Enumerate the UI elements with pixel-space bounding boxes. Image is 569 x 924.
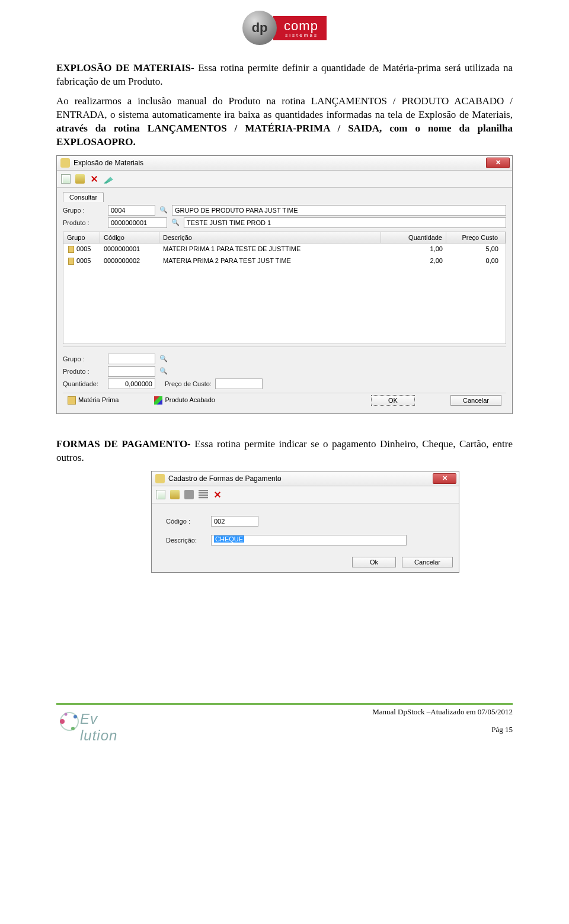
para2-bold: através da rotina LANÇAMENTOS / MATÉRIA-… <box>56 123 513 147</box>
produto2-input[interactable] <box>108 366 155 377</box>
codigo-input[interactable] <box>211 516 258 527</box>
print-button[interactable] <box>183 488 196 501</box>
para1-title: EXPLOSÃO DE MATERIAIS- <box>56 62 194 73</box>
cell-preco: 0,00 <box>446 256 506 266</box>
grid-button[interactable] <box>197 488 210 501</box>
cell-grupo: 0005 <box>76 257 91 264</box>
col-descricao[interactable]: Descrição <box>159 232 381 243</box>
logo-subtext: sistemas <box>284 33 318 38</box>
close-button[interactable]: ✕ <box>486 158 510 168</box>
grid-body[interactable]: 0005 0000000001 MATERI PRIMA 1 PARA TEST… <box>63 243 506 344</box>
paragraph-2: Ao realizarmos a inclusão manual do Prod… <box>56 95 513 149</box>
para2-lead: Ao realizarmos a inclusão manual do Prod… <box>56 95 513 120</box>
cancel-button[interactable]: Cancelar <box>402 557 453 567</box>
window-title: Explosão de Materiais <box>73 159 143 167</box>
preco-input[interactable] <box>215 378 263 389</box>
cancel-button[interactable]: Cancelar <box>450 395 501 406</box>
label-preco: Preço de Custo: <box>165 380 212 387</box>
grid-header: Grupo Código Descrição Quantidade Preço … <box>63 232 506 243</box>
cell-grupo: 0005 <box>76 245 91 252</box>
app-icon <box>155 474 165 483</box>
swirl-icon <box>56 710 82 733</box>
col-preco[interactable]: Preço Custo <box>446 232 506 243</box>
dpcomp-logo: dp comp sistemas <box>242 11 327 45</box>
descricao-input[interactable]: CHEQUE <box>211 535 407 546</box>
produto-code-input[interactable] <box>108 217 167 228</box>
col-quantidade[interactable]: Quantidade <box>381 232 446 243</box>
footer-line1: Manual DpStock –Atualizado em 07/05/2012 <box>372 707 513 717</box>
table-row[interactable]: 0005 0000000001 MATERI PRIMA 1 PARA TEST… <box>63 243 506 255</box>
col-grupo[interactable]: Grupo <box>63 232 100 243</box>
delete-button[interactable] <box>211 488 224 501</box>
label-codigo: Código : <box>166 518 207 525</box>
table-row[interactable]: 0005 0000000002 MATERIA PRIMA 2 PARA TES… <box>63 255 506 267</box>
folder-icon <box>170 490 180 499</box>
svg-point-2 <box>73 715 77 718</box>
label-quantidade: Quantidade: <box>63 380 104 387</box>
lower-form: Grupo : 🔍 Produto : 🔍 Quantidade: Preço … <box>63 346 506 389</box>
paragraph-3: FORMAS DE PAGAMENTO- Essa rotina permite… <box>56 438 513 465</box>
svg-point-3 <box>71 727 75 730</box>
toolbar <box>152 486 459 503</box>
evolution-logo: Ev lution <box>56 706 133 734</box>
cell-quantidade: 2,00 <box>381 256 446 266</box>
legend-produto-acabado: Produto Acabado <box>154 396 215 405</box>
page-footer: Ev lution Manual DpStock –Atualizado em … <box>56 703 513 746</box>
folder-icon <box>75 174 85 184</box>
grupo-desc-input[interactable] <box>172 205 506 216</box>
logo-red-box: comp sistemas <box>273 16 327 40</box>
search-icon[interactable]: 🔍 <box>159 367 168 376</box>
print-icon <box>184 490 194 499</box>
title-bar: Cadastro de Formas de Pagamento ✕ <box>152 471 459 486</box>
grupo2-input[interactable] <box>108 354 155 364</box>
cell-quantidade: 1,00 <box>381 245 446 254</box>
label-produto: Produto : <box>63 219 104 226</box>
search-icon[interactable]: 🔍 <box>171 218 180 227</box>
cell-codigo: 0000000001 <box>100 245 159 254</box>
legend-pa-text: Produto Acabado <box>165 396 215 403</box>
cell-descricao: MATERI PRIMA 1 PARA TESTE DE JUSTTIME <box>159 245 381 254</box>
window-formas-pagamento: Cadastro de Formas de Pagamento ✕ Código… <box>151 471 459 573</box>
close-button[interactable]: ✕ <box>433 473 456 484</box>
legend-materia-prima: Matéria Prima <box>68 396 119 405</box>
para3-title: FORMAS DE PAGAMENTO- <box>56 438 191 450</box>
cell-descricao: MATERIA PRIMA 2 PARA TEST JUST TIME <box>159 256 381 266</box>
legend-mp-text: Matéria Prima <box>78 396 119 403</box>
svg-point-4 <box>65 713 68 716</box>
produto-desc-input[interactable] <box>184 217 506 228</box>
page-header: dp comp sistemas <box>56 0 513 62</box>
logo-sphere: dp <box>242 11 277 45</box>
edit-button[interactable] <box>102 172 115 185</box>
label-produto2: Produto : <box>63 368 104 375</box>
tab-consultar[interactable]: Consultar <box>63 192 104 202</box>
search-icon[interactable]: 🔍 <box>159 206 168 215</box>
edit-icon <box>104 174 113 184</box>
quantidade-input[interactable] <box>108 378 155 389</box>
window-title: Cadastro de Formas de Pagamento <box>168 474 282 483</box>
ok-button[interactable]: Ok <box>352 557 396 567</box>
label-descricao: Descrição: <box>166 537 207 544</box>
descricao-value: CHEQUE <box>214 535 244 543</box>
tab-bar: Consultar <box>63 191 506 201</box>
new-icon <box>156 490 165 499</box>
label-grupo: Grupo : <box>63 207 104 214</box>
svg-point-1 <box>60 719 65 724</box>
new-button[interactable] <box>59 172 72 185</box>
grid-icon <box>199 490 208 499</box>
footer-right: Manual DpStock –Atualizado em 07/05/2012… <box>372 707 513 734</box>
logo-text: comp <box>284 18 318 33</box>
toolbar <box>57 171 512 188</box>
open-button[interactable] <box>168 488 181 501</box>
cell-codigo: 0000000002 <box>100 256 159 266</box>
grupo-code-input[interactable] <box>108 205 155 216</box>
cell-preco: 5,00 <box>446 245 506 254</box>
ok-button[interactable]: OK <box>371 395 415 406</box>
paragraph-1: EXPLOSÃO DE MATERIAIS- Essa rotina permi… <box>56 62 513 89</box>
col-codigo[interactable]: Código <box>100 232 159 243</box>
window-explosao-materiais: Explosão de Materiais ✕ Consultar Grupo … <box>56 155 513 414</box>
new-button[interactable] <box>154 488 167 501</box>
search-icon[interactable]: 🔍 <box>159 354 168 364</box>
materia-prima-icon <box>68 396 76 405</box>
delete-button[interactable] <box>88 172 101 185</box>
open-button[interactable] <box>73 172 87 185</box>
